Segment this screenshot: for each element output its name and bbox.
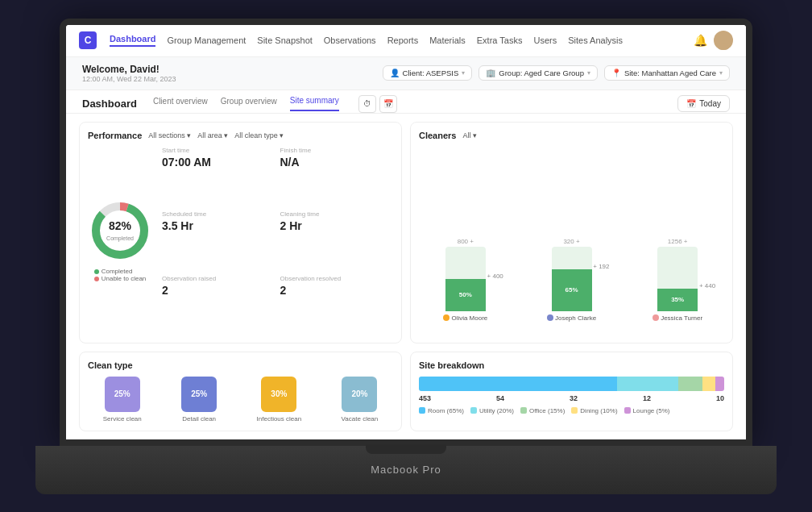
infectious-box: 30% (261, 377, 296, 412)
bell-icon[interactable]: 🔔 (694, 34, 707, 47)
laptop-brand: Macbook Pro (371, 464, 441, 476)
olivia-filled: 50% (445, 279, 486, 311)
detail-label: Detail clean (182, 415, 216, 423)
lounge-value: 10 (716, 394, 724, 402)
client-label: Client: ASEPSIS (403, 69, 459, 77)
stat-start-time: Start time 07:00 AM (162, 147, 276, 206)
user-avatar[interactable] (714, 31, 733, 50)
bottom-row: Clean type 25% Service clean 25% Detail … (79, 352, 733, 431)
legend-completed: Completed (94, 268, 147, 275)
perf-filter-cleantype[interactable]: All clean type ▾ (234, 131, 284, 139)
office-legend-label: Office (15%) (529, 407, 565, 414)
room-segment (419, 377, 617, 391)
clock-icon[interactable]: ⏱ (358, 95, 376, 113)
jessica-name: Jessica Turner (652, 314, 702, 322)
perf-body: 82% Completed Completed (88, 147, 393, 335)
nav-item-site-snapshot[interactable]: Site Snapshot (257, 35, 313, 45)
stat-scheduled-time: Scheduled time 3.5 Hr (162, 210, 276, 270)
filter-pills: 👤 Client: ASEPSIS ▾ 🏢 Group: Aged Care G… (383, 65, 730, 81)
room-legend-label: Room (65%) (428, 407, 464, 414)
jessica-bar-wrapper: 1256 + 35% + 440 (631, 238, 724, 311)
group-label: Group: Aged Care Group (499, 69, 584, 77)
service-box: 25% (105, 377, 140, 412)
nav-item-reports[interactable]: Reports (387, 35, 419, 45)
lounge-segment (715, 377, 724, 391)
calendar-icon[interactable]: 📅 (379, 95, 397, 113)
datetime: 12:00 AM, Wed 22 Mar, 2023 (82, 75, 176, 83)
office-legend-color (520, 407, 527, 414)
stat-finish-time: Finish time N/A (280, 147, 394, 206)
tab-icons: ⏱ 📅 (358, 95, 397, 113)
group-filter[interactable]: 🏢 Group: Aged Care Group ▾ (478, 65, 598, 81)
perf-filter-area[interactable]: All area ▾ (197, 131, 228, 139)
joseph-filled: 65% (552, 269, 592, 311)
nav-item-observations[interactable]: Observations (324, 35, 376, 45)
nav-item-sites-analysis[interactable]: Sites Analysis (568, 35, 623, 45)
breakdown-bar (419, 377, 724, 391)
cleaners-filter[interactable]: All ▾ (462, 131, 477, 139)
legend-office: Office (15%) (520, 407, 565, 414)
dining-legend-color (571, 407, 578, 414)
stat-start-label: Start time (162, 147, 276, 154)
nav-items: Dashboard Group Management Site Snapshot… (110, 34, 681, 47)
jessica-total: 1256 + (668, 238, 688, 245)
top-row: Performance All sections ▾ All area ▾ Al… (79, 122, 733, 343)
nav-logo: C (79, 31, 97, 49)
olivia-bar: 50% (445, 247, 486, 311)
perf-stats: Start time 07:00 AM Finish time N/A Sche… (162, 147, 393, 335)
nav-item-users[interactable]: Users (533, 35, 557, 45)
screen-content: C Dashboard Group Management Site Snapsh… (66, 25, 746, 439)
utility-segment (617, 377, 678, 391)
room-legend-color (419, 407, 425, 414)
olivia-remaining (445, 247, 486, 279)
site-filter[interactable]: 📍 Site: Manhattan Aged Care ▾ (604, 65, 730, 81)
jessica-side-label: + 440 (699, 282, 715, 289)
site-breakdown-title: Site breakdown (419, 360, 484, 370)
legend-dining: Dining (10%) (571, 407, 617, 414)
svg-point-1 (718, 43, 729, 50)
stat-obs-raised-value: 2 (162, 284, 276, 297)
stat-obs-resolved-value: 2 (280, 284, 394, 297)
cleaners-section: Cleaners All ▾ 800 + (410, 122, 733, 343)
infectious-label: Infectious clean (257, 415, 302, 423)
donut-chart: 82% Completed (88, 198, 152, 263)
legend-utility: Utility (20%) (470, 407, 514, 414)
donut-label: 82% Completed (106, 219, 134, 242)
joseph-total: 320 + (563, 238, 579, 245)
tab-group-overview[interactable]: Group overview (221, 97, 277, 110)
today-button[interactable]: 📅 Today (677, 95, 730, 112)
cleaners-title: Cleaners (419, 131, 456, 140)
jessica-avatar (652, 314, 659, 321)
clean-type-title: Clean type (88, 360, 133, 370)
joseph-name: Joseph Clarke (547, 314, 596, 322)
nav-item-group-management[interactable]: Group Management (167, 35, 246, 45)
cleaners-chart: 800 + 50% + 400 (419, 147, 724, 335)
nav-item-materials[interactable]: Materials (429, 35, 466, 45)
jessica-remaining (657, 247, 698, 289)
nav-item-extra-tasks[interactable]: Extra Tasks (477, 35, 523, 45)
perf-title: Performance (88, 131, 142, 140)
laptop-notch (366, 444, 446, 454)
stat-start-value: 07:00 AM (162, 156, 276, 169)
nav-item-dashboard[interactable]: Dashboard (110, 34, 155, 47)
clean-type-vacate: 20% Vacate clean (342, 377, 379, 423)
donut-legend: Completed Unable to clean (94, 268, 147, 282)
completed-label: Completed (102, 268, 133, 275)
tab-client-overview[interactable]: Client overview (153, 97, 208, 110)
site-icon: 📍 (611, 69, 621, 77)
svg-point-0 (720, 35, 727, 41)
stat-clean-label: Cleaning time (280, 210, 394, 218)
perf-filter-sections[interactable]: All sections ▾ (148, 131, 191, 139)
breakdown-bar-container: 453 54 32 12 10 (419, 377, 724, 402)
olivia-side-label: + 400 (487, 273, 503, 280)
client-filter[interactable]: 👤 Client: ASEPSIS ▾ (383, 65, 473, 81)
utility-legend-color (470, 407, 477, 414)
clean-type-section: Clean type 25% Service clean 25% Detail … (79, 352, 402, 431)
unable-dot (94, 277, 99, 281)
stat-obs-resolved: Observation resolved 2 (280, 275, 394, 335)
unable-label: Unable to clean (102, 275, 147, 282)
lounge-legend-color (624, 407, 631, 414)
clean-type-infectious: 30% Infectious clean (257, 377, 302, 423)
greeting: Welcome, David! (82, 64, 176, 75)
tab-site-summary[interactable]: Site summary (290, 96, 339, 111)
